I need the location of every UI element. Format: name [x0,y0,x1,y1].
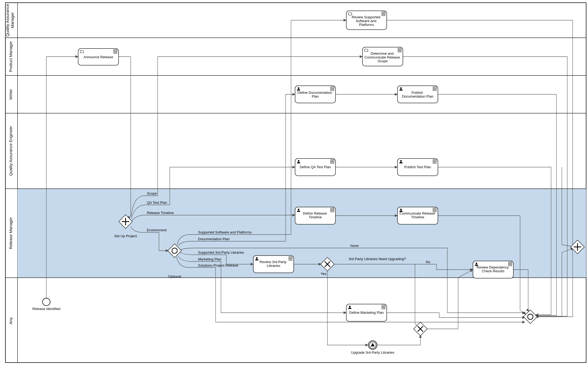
lane-label-qae: Quality Assurance Engineer [8,126,13,176]
edge-label-none: None [350,244,359,248]
edge-label-no: No [426,260,430,264]
gateway-label: Optional [168,274,181,278]
task-def-doc-plan[interactable]: Define Documentation Plan [295,86,335,103]
task-review-3p[interactable]: Review 3rd-Party Libraries [253,256,294,273]
flow [377,335,420,345]
gateway-inclusive-merge[interactable] [524,310,537,324]
task-review-sw-platforms[interactable]: Review Supported Software and Platforms [346,11,387,30]
gateway-label: 3rd-Party Libraries Need Upgrading? [349,257,406,261]
edge-label-release-timeline: Release Timeline [147,211,174,215]
task-label: Define Marketing Plan [349,311,384,315]
lane-label-pm: Product Manager [8,41,13,72]
event-upgrade-3p[interactable] [368,341,377,349]
lane-label-qam: Quality AssuranceManager [5,4,15,37]
flow [427,270,473,329]
task-pub-test-plan[interactable]: Publish Test Plan [397,159,438,176]
task-def-qa-plan[interactable]: Define QA Test Plan [295,159,335,176]
edge-label-doc-plan: Documentation Plan [198,237,230,241]
task-def-marketing-plan[interactable]: Define Marketing Plan [346,304,387,321]
task-announce-release[interactable]: Announce Release [78,49,119,65]
task-label: Publish Test Plan [404,165,431,169]
lane-label-writer: Writer [8,89,13,100]
gateway-label: Set Up Project [114,234,137,238]
edge-label-supported-sw: Supported Software and Platforms [198,230,252,234]
bpmn-diagram: Quality AssuranceManager Product Manager… [0,0,588,365]
task-review-dep[interactable]: Review Dependency Check Results [473,261,513,278]
edge-label-scope: Scope [147,191,157,195]
edge-label-supported-3p: Supported 3rd-Party Libraries [198,250,244,254]
task-label: Define QA Test Plan [300,165,331,169]
svg-rect-28 [524,310,537,324]
event-label: Upgrade 3rd-Party Libraries [351,350,395,354]
edge-label-marketing-plan: Marketing Plan [198,257,222,261]
lane-label-any: Any [8,317,13,324]
task-pub-doc-plan[interactable]: Publish Documentation Plan [397,86,438,103]
start-event[interactable] [43,298,50,306]
task-label: Announce Release [84,55,113,59]
lane-label-rm: Release Manager [8,217,13,249]
start-event-label: Release Identified [32,307,60,311]
task-determine-scope[interactable]: Determine and Communicate Release Scope [362,47,403,66]
edge-label-environment: Environment [147,228,167,232]
edge-label-qa-test-plan: QA Test Plan [147,201,167,205]
edge-label-yes: Yes [321,272,327,276]
task-comm-release-timeline[interactable]: Communicate Release Timeline [397,207,438,224]
edge-label-solutions: Solutions Project Release [198,263,238,267]
task-def-release-timeline[interactable]: Define Release Timeline [295,207,335,224]
flow [387,313,525,318]
